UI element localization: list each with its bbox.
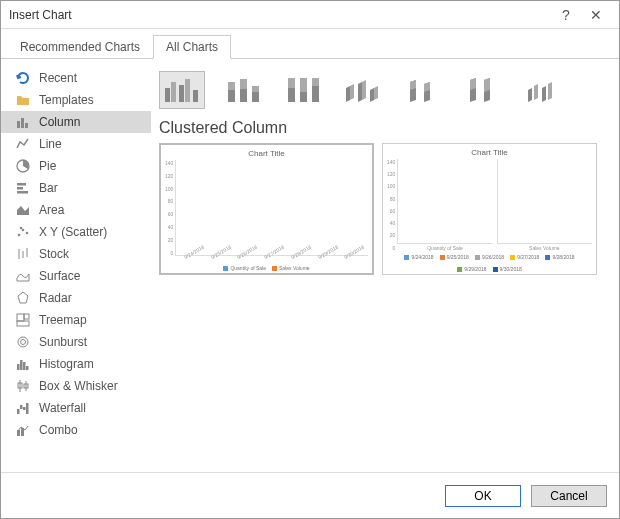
svg-marker-14 [18,292,28,303]
templates-icon [15,92,31,108]
subtype-3d-column[interactable] [519,71,565,109]
sidebar-item-sunburst[interactable]: Sunburst [1,331,151,353]
radar-icon [15,290,31,306]
sidebar-item-label: Area [39,203,64,217]
svg-rect-1 [21,118,24,128]
insert-chart-dialog: Insert Chart ? ✕ Recommended Charts All … [0,0,620,519]
preview-title: Chart Title [165,149,368,158]
area-icon [15,202,31,218]
sidebar-item-label: Histogram [39,357,94,371]
histogram-icon [15,356,31,372]
sidebar-item-surface[interactable]: Surface [1,265,151,287]
subtype-clustered-column[interactable] [159,71,205,109]
tab-recommended[interactable]: Recommended Charts [7,35,153,58]
legend: 9/24/2018 9/25/2018 9/26/2018 9/27/2018 … [387,251,592,272]
svg-point-8 [22,229,25,232]
sunburst-icon [15,334,31,350]
dialog-footer: OK Cancel [1,472,619,518]
svg-rect-43 [252,86,259,92]
sidebar-item-label: Surface [39,269,80,283]
chart-type-name: Clustered Column [159,119,607,137]
svg-point-19 [21,340,26,345]
sidebar-item-label: Line [39,137,62,151]
svg-rect-4 [17,183,26,186]
titlebar: Insert Chart ? ✕ [1,1,619,29]
sidebar-item-area[interactable]: Area [1,199,151,221]
svg-rect-20 [17,364,20,370]
scatter-icon [15,224,31,240]
sidebar-item-label: Waterfall [39,401,86,415]
svg-point-9 [26,232,29,235]
bar-icon [15,180,31,196]
sidebar-item-label: Pie [39,159,56,173]
svg-rect-39 [228,82,235,90]
sidebar-item-scatter[interactable]: X Y (Scatter) [1,221,151,243]
svg-rect-46 [288,88,295,102]
sidebar-item-label: Stock [39,247,69,261]
sidebar-item-label: Recent [39,71,77,85]
bars-area [175,160,368,256]
treemap-icon [15,312,31,328]
help-button[interactable]: ? [551,7,581,23]
svg-rect-45 [288,78,295,88]
sidebar-item-waterfall[interactable]: Waterfall [1,397,151,419]
subtype-3d-clustered-column[interactable] [339,71,385,109]
svg-rect-30 [23,407,26,410]
sidebar-item-label: Column [39,115,80,129]
svg-rect-2 [25,123,28,128]
sidebar-item-label: Box & Whisker [39,379,118,393]
cancel-button[interactable]: Cancel [531,485,607,507]
pie-icon [15,158,31,174]
sidebar-item-combo[interactable]: Combo [1,419,151,441]
svg-rect-38 [193,90,198,102]
chart-category-list: Recent Templates Column Line Pie Bar [1,59,151,472]
svg-rect-47 [300,78,307,92]
subtype-100-stacked-column[interactable] [279,71,325,109]
svg-rect-29 [20,405,23,409]
svg-rect-31 [26,403,29,414]
combo-icon [15,422,31,438]
svg-point-18 [18,337,28,347]
sidebar-item-label: X Y (Scatter) [39,225,107,239]
subtype-stacked-column[interactable] [219,71,265,109]
ok-button[interactable]: OK [445,485,521,507]
sidebar-item-recent[interactable]: Recent [1,67,151,89]
sidebar-item-bar[interactable]: Bar [1,177,151,199]
subtype-3d-100-stacked-column[interactable] [459,71,505,109]
tab-all-charts[interactable]: All Charts [153,35,231,59]
svg-rect-49 [312,78,319,86]
svg-rect-21 [20,360,23,370]
sidebar-item-label: Radar [39,291,72,305]
legend: Quantity of Sale Sales Volume [165,262,368,271]
sidebar-item-stock[interactable]: Stock [1,243,151,265]
svg-point-10 [20,227,23,230]
surface-icon [15,268,31,284]
close-button[interactable]: ✕ [581,7,611,23]
sidebar-item-pie[interactable]: Pie [1,155,151,177]
stock-icon [15,246,31,262]
subtype-3d-stacked-column[interactable] [399,71,445,109]
sidebar-item-histogram[interactable]: Histogram [1,353,151,375]
y-axis: 140120100806040200 [165,160,175,256]
chart-preview-2[interactable]: Chart Title 140120100806040200 Quantity … [382,143,597,275]
sidebar-item-box-whisker[interactable]: Box & Whisker [1,375,151,397]
svg-rect-16 [24,314,29,319]
y-axis: 140120100806040200 [387,159,397,251]
svg-rect-5 [17,187,23,190]
sidebar-item-label: Combo [39,423,78,437]
svg-rect-17 [17,321,29,326]
sidebar-item-templates[interactable]: Templates [1,89,151,111]
svg-rect-50 [312,86,319,102]
sidebar-item-column[interactable]: Column [1,111,151,133]
sidebar-item-radar[interactable]: Radar [1,287,151,309]
preview-plot: 140120100806040200 [165,160,368,256]
sidebar-item-treemap[interactable]: Treemap [1,309,151,331]
svg-rect-23 [26,366,29,370]
line-icon [15,136,31,152]
column-icon [15,114,31,130]
sidebar-item-label: Treemap [39,313,87,327]
sidebar-item-line[interactable]: Line [1,133,151,155]
bars-area [397,159,492,244]
svg-rect-40 [228,90,235,102]
chart-preview-1[interactable]: Chart Title 140120100806040200 9/24/2018… [159,143,374,275]
